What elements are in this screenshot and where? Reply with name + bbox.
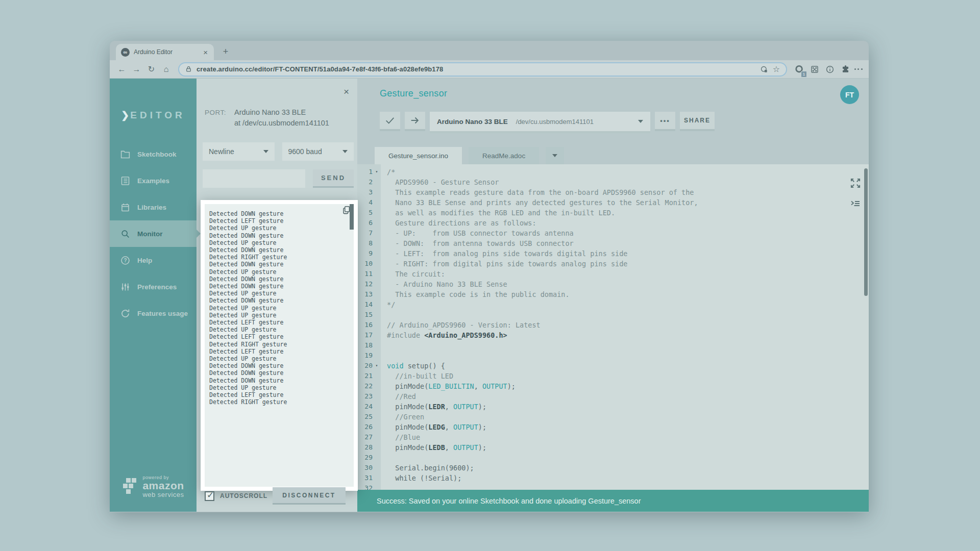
- send-button[interactable]: SEND: [313, 169, 354, 188]
- extension-badge-icon[interactable]: 1: [792, 62, 806, 77]
- code-line: 3 This example reads gesture data from t…: [357, 187, 869, 197]
- sidebar-item-label: Libraries: [137, 204, 166, 211]
- reload-icon[interactable]: ↻: [144, 62, 158, 76]
- code-fold-icon[interactable]: ▾: [373, 361, 381, 371]
- code-line: 11 The circuit:: [357, 269, 869, 279]
- code-fold-spacer: [373, 391, 381, 402]
- code-fold-spacer: [373, 310, 381, 320]
- baud-rate-select[interactable]: 9600 baud: [282, 142, 354, 161]
- code-fold-spacer: [373, 320, 381, 330]
- code-fold-spacer: [373, 453, 381, 463]
- code-line: 10 - RIGHT: from digital pins side towar…: [357, 259, 869, 269]
- serial-log-line: Detected UP gesture: [209, 239, 346, 246]
- disconnect-button[interactable]: DISCONNECT: [273, 487, 346, 505]
- line-ending-select[interactable]: Newline: [203, 142, 275, 161]
- code-line: 7 - UP: from USB connector towards anten…: [357, 228, 869, 238]
- upload-button[interactable]: [405, 112, 425, 131]
- serial-log-line: Detected DOWN gesture: [209, 369, 346, 377]
- forward-icon[interactable]: →: [130, 62, 143, 76]
- tab-title: Arduino Editor: [134, 48, 198, 56]
- code-fold-spacer: [373, 483, 381, 490]
- address-bar[interactable]: create.arduino.cc/editor/FT-CONTENT/51a0…: [178, 62, 787, 77]
- code-line: 14*/: [357, 299, 869, 310]
- code-line: 6 Gesture directions are as follows:: [357, 218, 869, 228]
- board-port: /dev/cu.usbmodem141101: [516, 118, 594, 126]
- sidebar-item-features-usage[interactable]: Features usage: [110, 300, 197, 327]
- sidebar-item-sketchbook[interactable]: Sketchbook: [110, 141, 197, 167]
- verify-button[interactable]: [380, 112, 400, 131]
- back-icon[interactable]: ←: [115, 62, 129, 76]
- avatar[interactable]: FT: [840, 85, 859, 104]
- code-editor[interactable]: 1▾/*2 APDS9960 - Gesture Sensor3 This ex…: [357, 164, 869, 490]
- serial-monitor-panel: × PORT: Arduino Nano 33 BLE at /dev/cu.u…: [197, 79, 357, 512]
- line-ending-value: Newline: [209, 147, 234, 156]
- code-line: 22 pinMode(LED_BUILTIN, OUTPUT);: [357, 381, 869, 391]
- file-tab-gesture-sensor-ino[interactable]: Gesture_sensor.ino: [375, 147, 462, 164]
- autoformat-icon[interactable]: [849, 197, 862, 210]
- monitor-close-icon[interactable]: ×: [344, 87, 349, 96]
- sidebar-item-label: Sketchbook: [137, 151, 177, 158]
- code-line: 20▾void setup() {: [357, 361, 869, 371]
- sidebar-item-preferences[interactable]: Preferences: [110, 273, 197, 300]
- serial-log-line: Detected UP gesture: [209, 355, 346, 362]
- browser-tab[interactable]: ∞ Arduino Editor ×: [116, 44, 214, 60]
- port-path: at /dev/cu.usbmodem141101: [234, 119, 352, 127]
- chevron-down-icon: [552, 154, 557, 157]
- autoscroll-checkbox[interactable]: [205, 491, 214, 501]
- code-fold-spacer: [373, 432, 381, 442]
- tab-close-icon[interactable]: ×: [202, 48, 209, 57]
- sidebar-item-libraries[interactable]: Libraries: [110, 194, 197, 220]
- browser-window: ∞ Arduino Editor × + ← → ↻ ⌂ create.ardu…: [110, 41, 869, 512]
- code-fold-spacer: [373, 473, 381, 483]
- code-line: 32: [357, 483, 869, 490]
- code-fold-spacer: [373, 381, 381, 391]
- sidebar-item-label: Preferences: [137, 283, 177, 291]
- sidebar-item-examples[interactable]: Examples: [110, 167, 197, 194]
- serial-output-log: Detected DOWN gestureDetected LEFT gestu…: [205, 204, 354, 487]
- screenshot-extension-icon[interactable]: [807, 62, 822, 77]
- code-line: 1▾/*: [357, 167, 869, 177]
- port-info: PORT: Arduino Nano 33 BLE at /dev/cu.usb…: [197, 79, 357, 127]
- extensions-puzzle-icon[interactable]: [838, 62, 852, 77]
- board-select[interactable]: Arduino Nano 33 BLE /dev/cu.usbmodem1411…: [430, 112, 650, 133]
- home-icon[interactable]: ⌂: [159, 62, 173, 76]
- new-tab-button[interactable]: +: [219, 45, 232, 58]
- info-extension-icon[interactable]: [823, 62, 837, 77]
- serial-message-input[interactable]: [203, 169, 305, 188]
- file-tab-readme-adoc[interactable]: ReadMe.adoc: [469, 147, 539, 164]
- more-options-button[interactable]: •••: [655, 112, 675, 131]
- code-fold-spacer: [373, 463, 381, 473]
- aws-amazon: amazon: [142, 480, 184, 491]
- file-tabs: Gesture_sensor.inoReadMe.adoc: [375, 147, 869, 164]
- log-scrollbar-thumb[interactable]: [350, 204, 354, 230]
- status-bar: Success: Saved on your online Sketchbook…: [357, 490, 869, 512]
- sidebar-item-label: Examples: [137, 177, 169, 185]
- fullscreen-icon[interactable]: [849, 177, 862, 190]
- chevron-right-icon: ❯: [121, 110, 130, 120]
- sidebar-item-monitor[interactable]: Monitor: [110, 220, 197, 247]
- serial-log-line: Detected UP gesture: [209, 312, 346, 319]
- code-line: 26 pinMode(LEDG, OUTPUT);: [357, 422, 869, 432]
- code-line: 23 //Red: [357, 391, 869, 402]
- code-line: 31 while (!Serial);: [357, 473, 869, 483]
- serial-log-line: Detected DOWN gesture: [209, 297, 346, 304]
- code-fold-icon[interactable]: ▾: [373, 167, 381, 177]
- serial-log-line: Detected DOWN gesture: [209, 362, 346, 369]
- bookmark-star-icon[interactable]: ☆: [773, 64, 780, 74]
- share-button[interactable]: SHARE: [680, 112, 715, 131]
- serial-log-line: Detected LEFT gesture: [209, 348, 346, 355]
- browser-menu-icon[interactable]: [853, 62, 864, 77]
- serial-log-line: Detected LEFT gesture: [209, 319, 346, 326]
- ellipsis-icon: •••: [660, 117, 670, 124]
- aws-logo: powered by amazon web services: [110, 475, 197, 498]
- sketch-title: Gesture_sensor: [380, 88, 869, 99]
- sidebar-item-help[interactable]: ?Help: [110, 247, 197, 273]
- serial-log-line: Detected DOWN gesture: [209, 261, 346, 268]
- serial-log-line: Detected DOWN gesture: [209, 246, 346, 254]
- editor-scrollbar-thumb[interactable]: [864, 168, 868, 296]
- editor-pane: Gesture_sensor FT Arduino Nano 33 BLE /d…: [357, 79, 869, 512]
- site-settings-icon[interactable]: [760, 65, 768, 73]
- tab-menu-button[interactable]: [546, 147, 564, 164]
- code-line: 4 Nano 33 BLE Sense and prints any detec…: [357, 197, 869, 208]
- arduino-favicon-icon: ∞: [121, 48, 130, 57]
